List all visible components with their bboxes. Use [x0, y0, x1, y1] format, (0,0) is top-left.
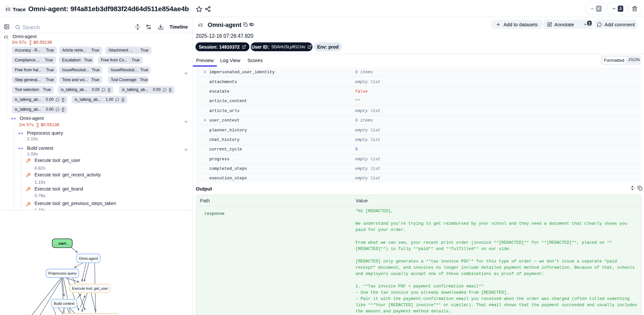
svg-text:__start__: __start__: [54, 241, 70, 245]
svg-text:Preprocess query: Preprocess query: [48, 271, 77, 275]
svg-text:Build context: Build context: [54, 302, 75, 305]
svg-text:Omni-agent: Omni-agent: [79, 257, 98, 260]
svg-text:Execute tool: get_user: Execute tool: get_user: [72, 286, 108, 290]
